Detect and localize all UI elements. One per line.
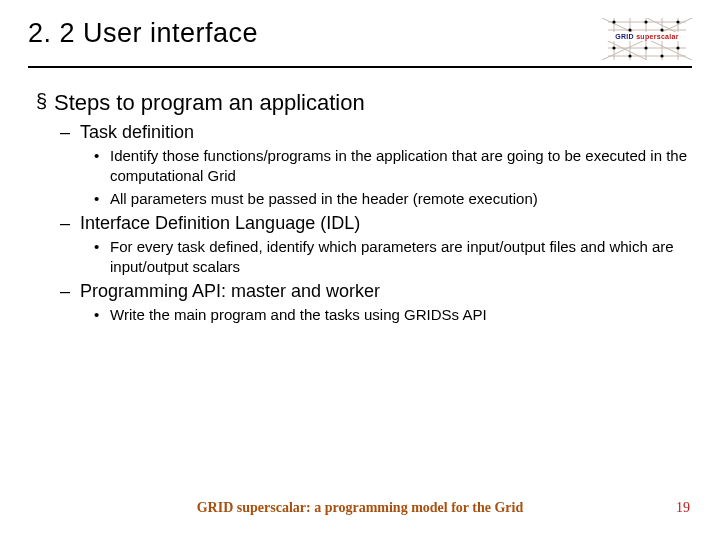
svg-point-20 (676, 46, 679, 49)
bullet-l3: All parameters must be passed in the hea… (110, 189, 692, 209)
footer-text: GRID superscalar: a programming model fo… (0, 500, 720, 516)
svg-point-21 (628, 54, 631, 57)
bullet-l2-text: Programming API: master and worker (80, 281, 380, 301)
slide-header: 2. 2 User interface (28, 18, 692, 68)
svg-point-22 (660, 54, 663, 57)
page-number: 19 (676, 500, 690, 516)
bullet-l2: Task definition Identify those functions… (80, 122, 692, 209)
slide-content: Steps to program an application Task def… (28, 90, 692, 326)
slide-title: 2. 2 User interface (28, 18, 258, 49)
svg-point-14 (644, 20, 647, 23)
bullet-l1-text: Steps to program an application (54, 90, 365, 115)
svg-point-15 (676, 20, 679, 23)
bullet-l2: Interface Definition Language (IDL) For … (80, 213, 692, 278)
bullet-l3: For every task defined, identify which p… (110, 237, 692, 278)
svg-point-19 (644, 46, 647, 49)
bullet-l3: Write the main program and the tasks usi… (110, 305, 692, 325)
svg-point-18 (612, 46, 615, 49)
bullet-l3: Identify those functions/programs in the… (110, 146, 692, 187)
bullet-l1: Steps to program an application Task def… (54, 90, 692, 326)
logo-word-superscalar: superscalar (636, 33, 679, 40)
brand-logo: GRID superscalar (602, 18, 692, 60)
bullet-l2-text: Interface Definition Language (IDL) (80, 213, 360, 233)
bullet-l2-text: Task definition (80, 122, 194, 142)
bullet-l2: Programming API: master and worker Write… (80, 281, 692, 325)
svg-point-13 (612, 20, 615, 23)
logo-word-grid: GRID (615, 33, 634, 40)
